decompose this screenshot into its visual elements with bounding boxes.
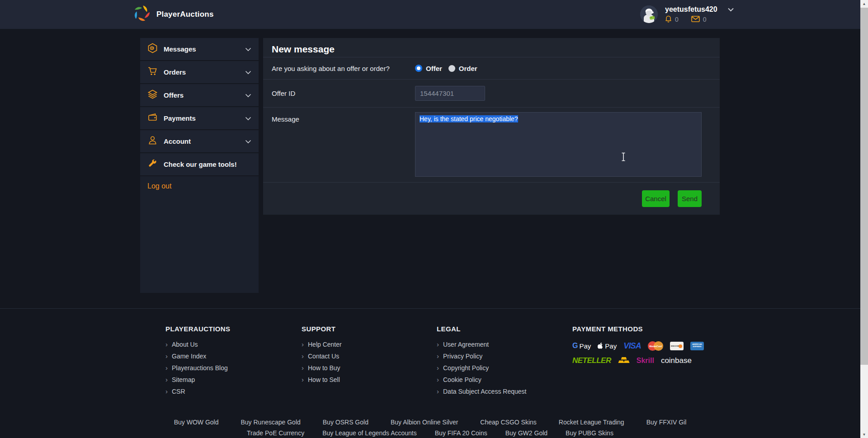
chevron-right-icon: › xyxy=(302,376,304,383)
scroll-down-arrow-icon[interactable]: ▼ xyxy=(860,431,868,438)
footer-col-playerauctions: PLAYERAUCTIONS ›About Us ›Game Index ›Pl… xyxy=(165,325,230,400)
sidebar-item-label: Orders xyxy=(164,68,239,76)
scroll-up-arrow-icon[interactable]: ▲ xyxy=(860,0,868,7)
sidebar-logout-section: Log out xyxy=(140,176,259,293)
sidebar-item-game-tools[interactable]: Check our game tools! xyxy=(140,153,259,175)
playerauctions-logo-icon xyxy=(132,4,151,24)
visa-logo: VISA xyxy=(623,341,641,351)
sidebar-item-label: Payments xyxy=(164,114,239,122)
bottom-link[interactable]: Rocket League Trading xyxy=(559,419,624,426)
offer-order-question: Are you asking about an offer or order? xyxy=(272,65,415,72)
sidebar-item-account[interactable]: Account xyxy=(140,130,259,152)
footer-col-legal: LEGAL ›User Agreement ›Privacy Policy ›C… xyxy=(437,325,526,400)
apple-pay-logo: Pay xyxy=(598,342,617,350)
footer-link[interactable]: ›Game Index xyxy=(165,353,230,359)
chevron-right-icon: › xyxy=(302,353,304,359)
avatar[interactable] xyxy=(640,5,658,23)
bottom-link[interactable]: Buy PUBG Skins xyxy=(566,429,613,437)
brand[interactable]: PlayerAuctions xyxy=(132,4,214,24)
chevron-right-icon: › xyxy=(165,376,168,383)
footer-link[interactable]: ›CSR xyxy=(165,388,230,395)
mastercard-logo: MasterCard xyxy=(648,341,663,351)
vertical-scrollbar[interactable]: ▲ ▼ xyxy=(860,0,868,438)
footer-link[interactable]: ›Cookie Policy xyxy=(437,376,526,383)
skrill-logo: Skrill xyxy=(637,357,654,365)
chevron-down-icon xyxy=(245,91,251,99)
chevron-down-icon[interactable] xyxy=(727,5,734,14)
footer-link[interactable]: ›Help Center xyxy=(302,341,342,348)
top-header: PlayerAuctions yeetusfetus420 xyxy=(0,0,860,29)
sidebar-item-label: Check our game tools! xyxy=(164,160,251,168)
messages-envelope-icon[interactable] xyxy=(691,16,700,24)
sidebar-item-payments[interactable]: Payments xyxy=(140,107,259,129)
logout-link[interactable]: Log out xyxy=(147,182,171,190)
new-message-panel: New message Are you asking about an offe… xyxy=(263,38,720,215)
footer-col-title: LEGAL xyxy=(437,325,526,333)
chevron-down-icon xyxy=(245,45,251,53)
chevron-right-icon: › xyxy=(302,341,304,348)
wrench-icon xyxy=(147,158,158,170)
bottom-link[interactable]: Buy WOW Gold xyxy=(174,419,219,426)
sidebar: Messages Orders Offers xyxy=(140,38,259,293)
cancel-button[interactable]: Cancel xyxy=(642,190,670,207)
shopping-cart-icon xyxy=(147,66,158,78)
layers-icon xyxy=(147,89,158,101)
notification-count: 0 xyxy=(675,16,679,23)
chevron-right-icon: › xyxy=(437,376,439,383)
message-textarea[interactable]: Hey, is the stated price negotiable? xyxy=(415,112,702,177)
radio-order-label[interactable]: Order xyxy=(459,65,477,72)
offer-id-label: Offer ID xyxy=(272,89,415,97)
footer-link[interactable]: ›User Agreement xyxy=(437,341,526,348)
footer-col-title: PLAYERAUCTIONS xyxy=(165,325,230,333)
sidebar-item-offers[interactable]: Offers xyxy=(140,84,259,106)
form-actions: Cancel Send xyxy=(263,183,720,214)
footer-link[interactable]: ›Sitemap xyxy=(165,376,230,383)
chevron-right-icon: › xyxy=(437,353,439,359)
footer-link[interactable]: ›Copyright Policy xyxy=(437,364,526,371)
send-button[interactable]: Send xyxy=(678,190,702,207)
sidebar-item-label: Messages xyxy=(164,45,239,53)
footer-link[interactable]: ›About Us xyxy=(165,341,230,348)
coinbase-logo: coinbase xyxy=(661,356,692,365)
bottom-link[interactable]: Cheap CSGO Skins xyxy=(480,419,537,426)
bottom-link[interactable]: Buy Albion Online Silver xyxy=(391,419,458,426)
bottom-link[interactable]: Buy FFXIV Gil xyxy=(646,419,687,426)
sidebar-item-label: Offers xyxy=(164,91,239,99)
sidebar-item-messages[interactable]: Messages xyxy=(140,38,259,60)
person-icon xyxy=(147,135,158,147)
chevron-right-icon: › xyxy=(165,341,168,348)
chevron-right-icon: › xyxy=(302,364,304,371)
chevron-right-icon: › xyxy=(165,364,168,371)
radio-offer[interactable] xyxy=(415,65,422,72)
sidebar-item-orders[interactable]: Orders xyxy=(140,61,259,83)
footer-link[interactable]: ›How to Sell xyxy=(302,376,342,383)
footer-col-title: PAYMENT METHODS xyxy=(572,325,704,333)
bottom-link[interactable]: Buy FIFA 20 Coins xyxy=(435,429,487,437)
radio-offer-label[interactable]: Offer xyxy=(426,65,442,72)
notifications-bell-icon[interactable] xyxy=(665,15,672,24)
message-count: 0 xyxy=(703,16,707,23)
bottom-link[interactable]: Trade PoE Currency xyxy=(247,429,304,437)
footer-link[interactable]: ›How to Buy xyxy=(302,364,342,371)
username[interactable]: yeetusfetus420 xyxy=(665,5,717,14)
user-menu: yeetusfetus420 0 xyxy=(640,5,734,24)
chevron-right-icon: › xyxy=(165,353,168,359)
radio-order[interactable] xyxy=(448,65,455,72)
scrollbar-thumb[interactable] xyxy=(860,8,868,365)
chevron-right-icon: › xyxy=(437,388,439,395)
footer-link[interactable]: ›Playerauctions Blog xyxy=(165,364,230,371)
chevron-down-icon xyxy=(245,114,251,122)
page-title: New message xyxy=(263,38,720,57)
footer-link[interactable]: ›Contact Us xyxy=(302,353,342,359)
messages-hexagon-icon xyxy=(147,43,158,55)
footer-link[interactable]: ›Data Subject Access Request xyxy=(437,388,526,395)
offer-order-radio-group: Offer Order xyxy=(415,65,480,72)
bottom-link[interactable]: Buy Runescape Gold xyxy=(241,419,300,426)
sidebar-item-label: Account xyxy=(164,137,239,145)
bottom-link[interactable]: Buy GW2 Gold xyxy=(505,429,547,437)
bottom-link[interactable]: Buy League of Legends Accounts xyxy=(322,429,417,437)
bottom-link[interactable]: Buy OSRS Gold xyxy=(323,419,368,426)
message-row: Message Hey, is the stated price negotia… xyxy=(263,108,720,183)
offer-id-input[interactable] xyxy=(415,86,485,101)
footer-link[interactable]: ›Privacy Policy xyxy=(437,353,526,359)
